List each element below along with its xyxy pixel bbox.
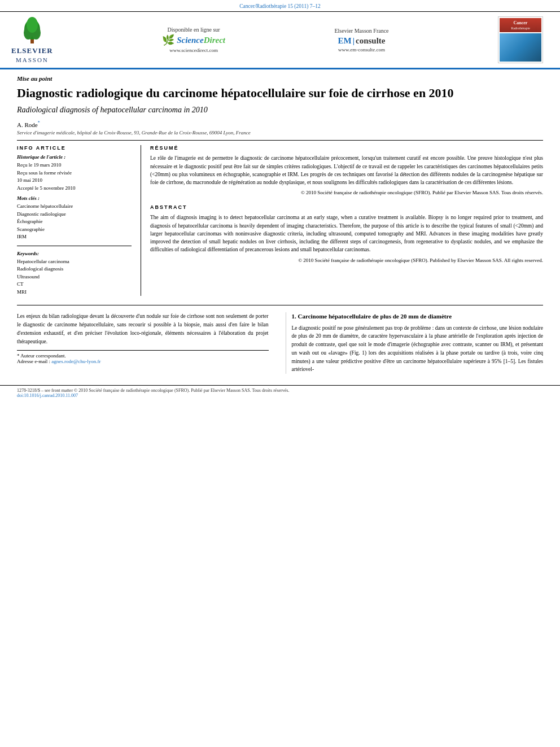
affiliation: Service d'imagerie médicale, hôpital de …	[17, 130, 543, 141]
author-name: A. Rode	[17, 121, 38, 128]
resume-copyright: © 2010 Société française de radiothérapi…	[150, 190, 543, 195]
footer-issn: 1278-3218/$ – see front matter © 2010 So…	[17, 388, 289, 393]
logos-bar: ELSEVIER MASSON Disponible en ligne sur …	[0, 12, 560, 69]
em-consulte-text: consulte	[356, 36, 386, 46]
body-right: 1. Carcinome hépatocellulaire de plus de…	[286, 312, 544, 374]
body-left-text: Les enjeux du bilan radiologique devant …	[17, 312, 269, 346]
author-sup: *	[38, 120, 40, 125]
abstract-title: ABSTRACT	[150, 204, 543, 210]
emconsulte-block: Elsevier Masson France EM | consulte www…	[334, 28, 388, 53]
two-col-layout: INFO ARTICLE Historique de l'article : R…	[17, 145, 543, 296]
masson-name: MASSON	[16, 56, 49, 63]
sd-logo: 🌿 ScienceDirect	[162, 34, 225, 46]
footnote: * Auteur correspondant. Adresse e-mail :…	[17, 350, 269, 364]
date1: Reçu le 19 mars 2010	[17, 161, 132, 169]
em-em-text: EM	[338, 36, 351, 46]
section-label: Mise au point	[17, 75, 543, 82]
journal-header: Cancer/Radiothérapie 15 (2011) 7–12	[0, 0, 560, 12]
sd-leaves-icon: 🌿	[162, 34, 174, 46]
sciencedirect-block: Disponible en ligne sur 🌿 ScienceDirect …	[162, 27, 225, 53]
footnote-email-label: Adresse e-mail :	[17, 359, 50, 364]
cover-title: Cancer	[502, 20, 539, 26]
em-logo: EM | consulte	[334, 36, 388, 46]
sd-url: www.sciencedirect.com	[162, 47, 225, 53]
elsevier-tree-icon	[18, 17, 46, 45]
elsevier-logo: ELSEVIER MASSON	[11, 17, 53, 63]
footnote-email: agnes.rode@chu-lyon.fr	[51, 359, 100, 364]
info-article-title: INFO ARTICLE	[17, 145, 132, 151]
body-right-text: Le diagnostic positif ne pose généraleme…	[292, 324, 544, 374]
keywords-fr: Carcinome hépatocellulaire Diagnostic ra…	[17, 203, 132, 241]
sd-logo-text: ScienceDirect	[177, 36, 225, 45]
footnote-star-label: * Auteur correspondant.	[17, 353, 66, 359]
abstract-col: RÉSUMÉ Le rôle de l'imagerie est de perm…	[141, 145, 543, 296]
author-line: A. Rode*	[17, 120, 543, 128]
keywords-en-label: Keywords:	[17, 251, 132, 256]
em-url: www.em-consulte.com	[334, 47, 388, 53]
resume-title: RÉSUMÉ	[150, 145, 543, 151]
body-section: Les enjeux du bilan radiologique devant …	[17, 305, 543, 374]
article-title-fr: Diagnostic radiologique du carcinome hép…	[17, 85, 543, 101]
date2: Reçu sous la forme révisée 10 mai 2010	[17, 169, 132, 185]
date3: Accepté le 5 novembre 2010	[17, 185, 132, 193]
resume-text: Le rôle de l'imagerie est de permettre l…	[150, 154, 543, 186]
body-left: Les enjeux du bilan radiologique devant …	[17, 312, 274, 374]
svg-point-4	[27, 17, 38, 33]
footer-doi: doi:10.1016/j.canrad.2010.11.007	[17, 393, 78, 398]
keywords-en: Hepatocellular carcinoma Radiological di…	[17, 258, 132, 296]
mots-cles-label: Mots clés :	[17, 195, 132, 201]
em-label: Elsevier Masson France	[334, 28, 388, 34]
article-body: Mise au point Diagnostic radiologique du…	[0, 69, 560, 379]
journal-citation: Cancer/Radiothérapie 15 (2011) 7–12	[239, 3, 320, 9]
cover-image	[500, 33, 541, 62]
historique-label: Historique de l'article :	[17, 154, 132, 160]
sd-available-text: Disponible en ligne sur	[162, 27, 225, 33]
abstract-section: ABSTRACT The aim of diagnosis imaging is…	[150, 204, 543, 263]
journal-cover: Cancer Radiothérapie	[498, 16, 543, 63]
abstract-copyright: © 2010 Société française de radiothérapi…	[150, 257, 543, 263]
cover-subtitle: Radiothérapie	[502, 27, 539, 30]
elsevier-name: ELSEVIER	[11, 46, 53, 55]
footer-bar: 1278-3218/$ – see front matter © 2010 So…	[0, 385, 560, 400]
divider	[17, 246, 132, 246]
abstract-text: The aim of diagnosis imaging is to detec…	[150, 213, 543, 254]
article-title-en: Radiological diagnosis of hepatocellular…	[17, 106, 543, 115]
section-1-heading: 1. Carcinome hépatocellulaire de plus de…	[292, 312, 544, 320]
info-article-col: INFO ARTICLE Historique de l'article : R…	[17, 145, 141, 296]
